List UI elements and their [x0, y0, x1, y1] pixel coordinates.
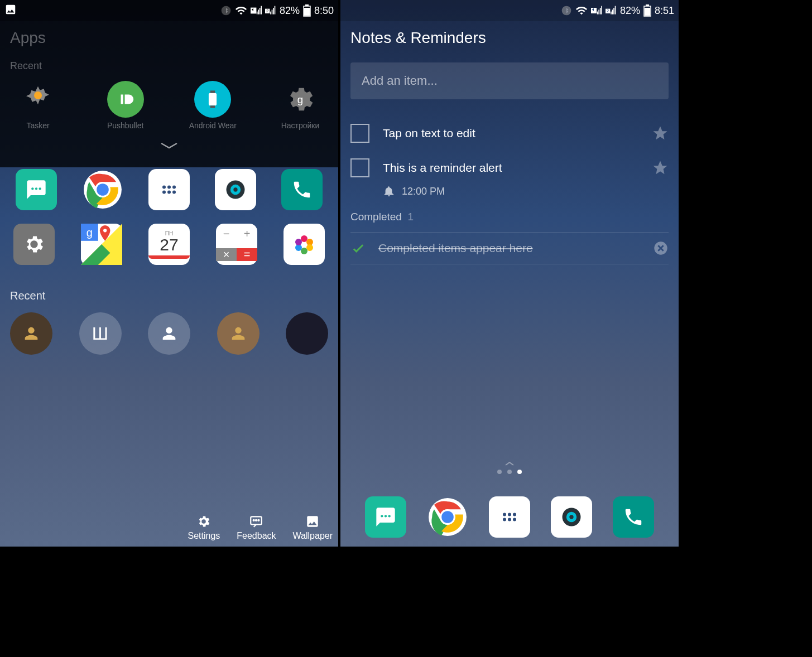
app-drawer[interactable]	[148, 169, 190, 210]
note-checkbox[interactable]	[350, 158, 369, 177]
svg-point-35	[233, 187, 237, 191]
svg-rect-52	[598, 9, 599, 14]
status-left	[4, 3, 17, 18]
close-icon[interactable]	[653, 240, 669, 256]
svg-point-79	[569, 515, 573, 519]
svg-text:g: g	[297, 94, 303, 105]
svg-point-65	[381, 515, 383, 517]
reminder-time-text: 12:00 PM	[402, 186, 445, 197]
page-dot-active[interactable]	[517, 470, 522, 474]
signal-sim2-icon: 2	[265, 5, 276, 16]
notes-title: Notes & Reminders	[350, 29, 669, 47]
action-label: Feedback	[237, 531, 276, 541]
svg-point-70	[441, 511, 454, 523]
page-indicator	[497, 470, 522, 474]
note-text[interactable]: This is a reminder alert	[383, 161, 638, 175]
svg-rect-60	[615, 6, 616, 15]
gallery-icon	[291, 231, 318, 258]
page-dot[interactable]	[497, 470, 502, 474]
svg-point-42	[301, 248, 307, 254]
svg-point-22	[35, 187, 37, 190]
camera-app[interactable]	[551, 496, 592, 538]
battery-percent: 82%	[620, 5, 640, 17]
svg-rect-51	[597, 12, 598, 15]
add-item-input[interactable]: Add an item...	[350, 62, 669, 99]
svg-point-71	[503, 513, 506, 516]
google-settings-icon: g	[282, 81, 319, 118]
calendar-app[interactable]: ПН 27	[148, 224, 190, 265]
app-drawer[interactable]	[489, 496, 530, 538]
chevron-down-icon[interactable]	[10, 141, 328, 152]
contact-avatar[interactable]	[10, 312, 52, 355]
dock	[340, 496, 679, 538]
svg-point-38	[103, 229, 107, 232]
svg-point-41	[306, 244, 313, 251]
camera-app[interactable]	[215, 169, 256, 210]
apps-grid-icon	[499, 507, 520, 527]
contact-avatar[interactable]	[217, 312, 260, 355]
app-label: Pushbullet	[107, 121, 143, 130]
maps-app[interactable]: g	[81, 224, 122, 265]
svg-point-47	[256, 520, 257, 521]
completed-header[interactable]: Completed 1	[350, 211, 669, 223]
status-bar: 2 82% 8:51	[340, 0, 679, 21]
note-item: Tap on text to edit	[350, 116, 669, 151]
svg-point-30	[162, 191, 166, 194]
battery-percent: 82%	[280, 5, 300, 17]
phone-app[interactable]	[613, 496, 654, 538]
contact-avatar[interactable]: Ш	[79, 312, 122, 355]
contact-row: Ш	[10, 312, 328, 355]
chrome-app[interactable]	[82, 169, 123, 210]
chat-icon	[25, 178, 47, 201]
signal-sim2-icon: 2	[606, 5, 617, 16]
svg-point-66	[385, 515, 387, 517]
wallpaper-action[interactable]: Wallpaper	[293, 514, 333, 541]
app-tasker[interactable]: Tasker	[10, 81, 66, 130]
dock-row-1	[10, 169, 328, 210]
phone-right-screenshot: 2 82% 8:51 Notes & Reminders Add an item…	[340, 0, 679, 547]
app-pushbullet[interactable]: Pushbullet	[98, 81, 153, 130]
contact-avatar[interactable]	[286, 312, 328, 355]
messages-app[interactable]	[365, 496, 406, 538]
svg-point-23	[39, 187, 41, 190]
svg-rect-17	[209, 93, 217, 106]
chevron-up-icon	[505, 461, 515, 466]
svg-point-67	[388, 515, 391, 517]
svg-rect-58	[612, 9, 613, 14]
clock: 8:50	[314, 5, 334, 17]
gallery-app[interactable]	[284, 224, 325, 265]
svg-point-48	[258, 520, 260, 521]
svg-point-76	[513, 518, 516, 521]
app-android-wear[interactable]: Android Wear	[185, 81, 241, 130]
bluetooth-icon	[220, 5, 232, 16]
svg-rect-62	[646, 4, 649, 6]
settings-app[interactable]	[13, 224, 55, 265]
star-icon[interactable]	[652, 125, 669, 142]
app-label: Android Wear	[189, 121, 237, 130]
svg-rect-19	[210, 105, 215, 108]
settings-action[interactable]: Settings	[188, 514, 220, 541]
page-dot[interactable]	[507, 470, 512, 474]
bottom-actions: Settings Feedback Wallpaper	[188, 514, 333, 541]
calculator-app[interactable]: − + × =	[216, 224, 257, 265]
chrome-app[interactable]	[427, 496, 468, 538]
note-checkbox[interactable]	[350, 124, 369, 143]
app-label: Tasker	[26, 121, 49, 130]
messages-app[interactable]	[16, 169, 57, 210]
svg-point-46	[253, 520, 254, 521]
contact-initial: Ш	[92, 323, 108, 344]
feedback-icon	[249, 514, 263, 529]
recent-apps-row: Tasker Pushbullet Android Wear g Настрой…	[10, 81, 328, 130]
phone-app[interactable]	[281, 169, 323, 210]
feedback-action[interactable]: Feedback	[237, 514, 276, 541]
reminder-time[interactable]: 12:00 PM	[383, 185, 669, 197]
note-item: This is a reminder alert	[350, 151, 669, 185]
status-bar: 2 82% 8:50	[0, 0, 338, 21]
app-settings-google[interactable]: g Настройки	[272, 81, 328, 130]
contact-avatar[interactable]	[148, 312, 190, 355]
star-icon[interactable]	[652, 160, 669, 176]
completed-text[interactable]: Completed items appear here	[378, 241, 641, 255]
note-text[interactable]: Tap on text to edit	[383, 127, 638, 140]
camera-icon	[223, 177, 248, 202]
apps-header: Apps	[10, 29, 328, 47]
